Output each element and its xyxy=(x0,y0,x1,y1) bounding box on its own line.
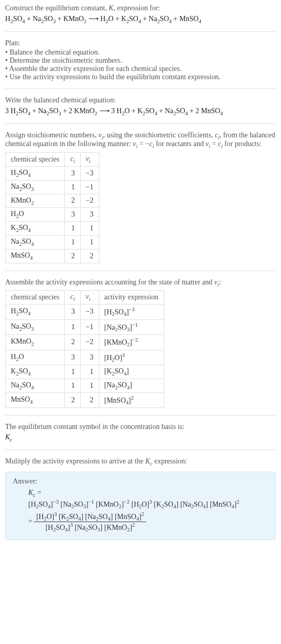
cell-expr: [Na2SO4] xyxy=(99,379,164,392)
divider xyxy=(5,123,276,124)
table-row: H2O33[H2O]3 xyxy=(6,350,164,365)
symbol-kc: Kc xyxy=(5,433,276,442)
cell-vi: 1 xyxy=(80,222,99,236)
cell-ci: 2 xyxy=(65,335,80,350)
answer-fraction-line: = [H2O]3 [K2SO4] [Na2SO4] [MnSO4]2 [H2SO… xyxy=(28,511,268,533)
answer-kc-equals: Kc = xyxy=(28,489,268,498)
fraction-denominator: [H2SO4]3 [Na2SO3] [KMnO2]2 xyxy=(34,522,146,532)
cell-vi: 2 xyxy=(80,249,99,263)
table-row: H2O33 xyxy=(6,208,99,222)
fraction-numerator: [H2O]3 [K2SO4] [Na2SO4] [MnSO4]2 xyxy=(34,511,146,522)
cell-ci: 2 xyxy=(65,392,80,407)
table-row: KMnO22−2 xyxy=(6,194,99,208)
col-species: chemical species xyxy=(6,291,65,305)
symbol-section: The equilibrium constant symbol in the c… xyxy=(5,423,276,442)
cell-species: Na2SO4 xyxy=(6,235,65,249)
multiply-text: Mulitply the activity expressions to arr… xyxy=(5,457,276,467)
cell-species: H2O xyxy=(6,208,65,222)
table-row: KMnO22−2[KMnO2]−2 xyxy=(6,335,164,350)
cell-species: H2SO4 xyxy=(6,305,65,319)
divider xyxy=(5,415,276,416)
cell-expr: [H2SO4]−3 xyxy=(99,305,164,319)
cell-ci: 2 xyxy=(65,249,80,263)
cell-species: Na2SO3 xyxy=(6,180,65,194)
cell-ci: 1 xyxy=(65,235,80,249)
table-row: Na2SO31−1[Na2SO3]−1 xyxy=(6,319,164,334)
cell-species: K2SO4 xyxy=(6,365,65,379)
cell-ci: 3 xyxy=(65,350,80,365)
symbol-line1: The equilibrium constant symbol in the c… xyxy=(5,423,276,431)
cell-vi: −1 xyxy=(80,319,99,334)
plan-bullet: • Determine the stoichiometric numbers. xyxy=(5,57,276,65)
cell-species: K2SO4 xyxy=(6,222,65,236)
table-row: H2SO43−3[H2SO4]−3 xyxy=(6,305,164,319)
divider xyxy=(5,88,276,89)
intro-section: Construct the equilibrium constant, K, e… xyxy=(5,4,276,24)
table-row: Na2SO411[Na2SO4] xyxy=(6,379,164,392)
cell-vi: −3 xyxy=(80,305,99,319)
divider xyxy=(5,31,276,32)
multiply-section: Mulitply the activity expressions to arr… xyxy=(5,457,276,467)
balanced-heading: Write the balanced chemical equation: xyxy=(5,96,276,104)
activity-intro: Assemble the activity expressions accoun… xyxy=(5,278,276,288)
cell-ci: 1 xyxy=(65,222,80,236)
divider xyxy=(5,271,276,271)
cell-vi: −2 xyxy=(80,335,99,350)
table-row: MnSO422[MnSO4]2 xyxy=(6,392,164,407)
table-row: K2SO411[K2SO4] xyxy=(6,365,164,379)
cell-species: KMnO2 xyxy=(6,335,65,350)
cell-vi: 3 xyxy=(80,208,99,222)
activity-section: Assemble the activity expressions accoun… xyxy=(5,278,276,408)
cell-expr: [MnSO4]2 xyxy=(99,392,164,407)
cell-species: KMnO2 xyxy=(6,194,65,208)
answer-fraction: [H2O]3 [K2SO4] [Na2SO4] [MnSO4]2 [H2SO4]… xyxy=(34,511,146,533)
col-vi: νi xyxy=(80,153,99,167)
cell-vi: 1 xyxy=(80,235,99,249)
cell-ci: 1 xyxy=(65,180,80,194)
answer-box: Answer: Kc = [H2SO4]−3 [Na2SO3]−1 [KMnO2… xyxy=(5,472,276,540)
balanced-section: Write the balanced chemical equation: 3 … xyxy=(5,96,276,116)
table-row: H2SO43−3 xyxy=(6,166,99,180)
cell-vi: −1 xyxy=(80,180,99,194)
cell-ci: 3 xyxy=(65,208,80,222)
table-row: Na2SO411 xyxy=(6,235,99,249)
cell-species: MnSO4 xyxy=(6,392,65,407)
col-vi: νi xyxy=(80,291,99,305)
plan-section: Plan: • Balance the chemical equation.• … xyxy=(5,39,276,81)
cell-expr: [K2SO4] xyxy=(99,365,164,379)
cell-expr: [Na2SO3]−1 xyxy=(99,319,164,334)
plan-bullet: • Assemble the activity expression for e… xyxy=(5,65,276,73)
intro-reaction: H2SO4 + Na2SO3 + KMnO2 ⟶ H2O + K2SO4 + N… xyxy=(5,14,276,24)
cell-vi: 2 xyxy=(80,392,99,407)
cell-ci: 3 xyxy=(65,166,80,180)
cell-vi: 1 xyxy=(80,365,99,379)
intro-heading: Construct the equilibrium constant, K, e… xyxy=(5,4,276,12)
table-row: MnSO422 xyxy=(6,249,99,263)
answer-equals-prefix: = xyxy=(28,517,34,525)
plan-bullet: • Balance the chemical equation. xyxy=(5,48,276,57)
cell-vi: −2 xyxy=(80,194,99,208)
cell-ci: 1 xyxy=(65,379,80,392)
cell-vi: −3 xyxy=(80,166,99,180)
stoich-section: Assign stoichiometric numbers, νi, using… xyxy=(5,131,276,263)
cell-species: H2SO4 xyxy=(6,166,65,180)
cell-expr: [KMnO2]−2 xyxy=(99,335,164,350)
col-species: chemical species xyxy=(6,153,65,167)
divider xyxy=(5,450,276,450)
table-row: Na2SO31−1 xyxy=(6,180,99,194)
cell-ci: 3 xyxy=(65,305,80,319)
cell-ci: 2 xyxy=(65,194,80,208)
answer-product-line: [H2SO4]−3 [Na2SO3]−1 [KMnO2]−2 [H2O]3 [K… xyxy=(28,499,268,509)
plan-title: Plan: xyxy=(5,39,276,47)
stoich-table: chemical species ci νi H2SO43−3Na2SO31−1… xyxy=(5,152,99,263)
balanced-equation: 3 H2SO4 + Na2SO3 + 2 KMnO2 ⟶ 3 H2O + K2S… xyxy=(5,106,276,116)
cell-species: MnSO4 xyxy=(6,249,65,263)
cell-vi: 1 xyxy=(80,379,99,392)
cell-vi: 3 xyxy=(80,350,99,365)
plan-bullet: • Use the activity expressions to build … xyxy=(5,73,276,81)
cell-ci: 1 xyxy=(65,319,80,334)
cell-species: H2O xyxy=(6,350,65,365)
table-row: K2SO411 xyxy=(6,222,99,236)
cell-ci: 1 xyxy=(65,365,80,379)
cell-species: Na2SO3 xyxy=(6,319,65,334)
